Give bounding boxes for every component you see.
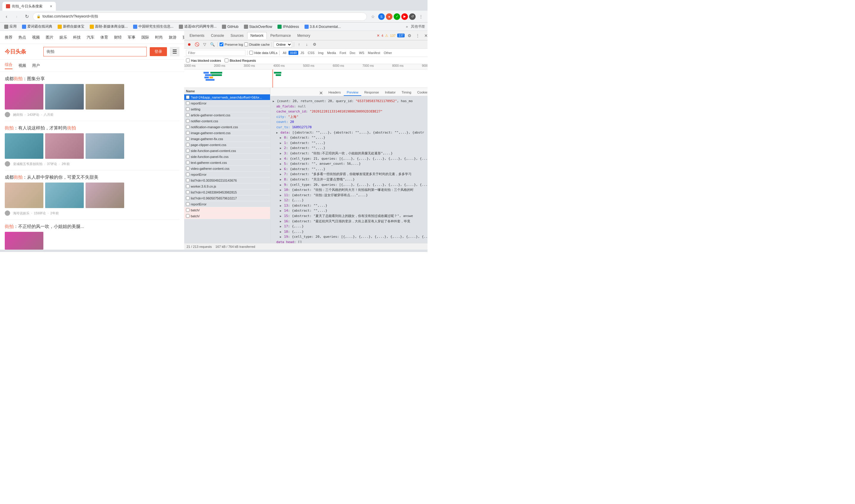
menu-icon[interactable]: ☰ <box>170 47 179 56</box>
download-icon[interactable]: ↓ <box>303 41 310 48</box>
row-checkbox[interactable] <box>186 190 190 194</box>
article-title-3[interactable]: 成都街拍：从人群中穿梭的你，可爱又不失甜美 <box>5 174 179 180</box>
forward-button[interactable]: › <box>13 13 21 21</box>
tab-sources[interactable]: Sources <box>228 32 247 39</box>
hide-data-urls-label[interactable]: Hide data URLs <box>249 51 278 55</box>
article-title-4[interactable]: 街拍：不正经的风一吹，小姐姐的美腿... <box>5 223 179 230</box>
filter-css[interactable]: CSS <box>306 51 316 55</box>
tab-cookies[interactable]: Cookies <box>414 89 428 96</box>
tt-nav-keji[interactable]: 科技 <box>73 35 81 40</box>
tt-nav-tiyu[interactable]: 体育 <box>100 35 108 40</box>
expand-icon[interactable] <box>280 167 282 171</box>
filter-toggle-button[interactable]: ▽ <box>202 41 208 48</box>
disable-cache-checkbox[interactable] <box>244 42 248 46</box>
filter-font[interactable]: Font <box>338 51 348 55</box>
row-checkbox[interactable] <box>186 178 190 182</box>
tab-performance[interactable]: Performance <box>267 32 294 39</box>
extension-icon-4[interactable]: ▶ <box>401 13 408 20</box>
expand-icon[interactable] <box>280 204 282 208</box>
bookmark-apps[interactable]: 应用 <box>2 23 18 30</box>
bookmark-2[interactable]: 新榜自媒体宝 <box>56 23 86 30</box>
row-checkbox[interactable] <box>186 101 190 105</box>
article-title-2[interactable]: 街拍：有人说这样拍，才算时尚街拍 <box>5 125 179 131</box>
record-button[interactable]: ⏺ <box>186 41 192 48</box>
expand-icon[interactable] <box>280 224 282 228</box>
expand-icon[interactable] <box>280 178 282 181</box>
filter-manifest[interactable]: Manifest <box>366 51 382 55</box>
tab-initiator[interactable]: Initiator <box>382 89 399 96</box>
filter-img[interactable]: Img <box>317 51 325 55</box>
tt-nav-tuijian[interactable]: 推荐 <box>5 35 13 40</box>
address-bar[interactable]: 🔒 toutiao.com/search/?keyword=街拍 <box>33 13 367 21</box>
filter-xhr[interactable]: XHR <box>289 51 298 55</box>
table-row[interactable]: list?rdn=0.30350492210143676 <box>184 178 270 183</box>
reload-button[interactable]: ↻ <box>22 13 31 21</box>
filter-ws[interactable]: WS <box>357 51 366 55</box>
hide-data-urls-checkbox[interactable] <box>249 51 253 55</box>
requests-list[interactable]: Name ?aid=24&app_name=web_search&offset=… <box>184 88 271 243</box>
table-row[interactable]: ?aid=24&app_name=web_search&offset=0&for… <box>184 94 270 100</box>
filter-other[interactable]: Other <box>382 51 394 55</box>
other-bookmarks-label[interactable]: 其他书签 <box>411 24 425 29</box>
tt-nav-yule[interactable]: 娱乐 <box>59 35 67 40</box>
clear-button[interactable]: 🚫 <box>194 41 200 48</box>
settings-icon[interactable]: ⚙ <box>311 41 318 48</box>
preserve-log-checkbox[interactable] <box>220 42 223 46</box>
bookmarks-more-button[interactable]: » <box>406 25 408 29</box>
expand-icon[interactable] <box>280 193 282 197</box>
row-checkbox[interactable] <box>186 196 190 200</box>
disable-cache-label[interactable]: Disable cache <box>244 42 270 46</box>
table-row[interactable]: batch/ <box>184 207 270 213</box>
bookmark-5[interactable]: 逍遥idc代码网专用... <box>177 23 219 30</box>
blocked-requests-checkbox[interactable] <box>225 58 228 62</box>
table-row[interactable]: side-function-panel-fix.css <box>184 154 270 160</box>
row-checkbox[interactable] <box>186 208 190 212</box>
table-row[interactable]: page-clipper-content.css <box>184 142 270 148</box>
tt-cat-yonghu[interactable]: 用户 <box>32 63 40 68</box>
table-row[interactable]: side-function-panel-content.css <box>184 148 270 154</box>
table-row[interactable]: text-gatherer-content.css <box>184 160 270 166</box>
extension-icon-5[interactable]: ↺ <box>409 13 416 20</box>
devtools-more-button[interactable]: ⋮ <box>414 32 421 39</box>
blocked-requests-label[interactable]: Blocked Requests <box>225 58 256 62</box>
tt-nav-shishang[interactable]: 时尚 <box>155 35 163 40</box>
tab-console[interactable]: Console <box>208 32 227 39</box>
tt-nav-caijing[interactable]: 财经 <box>114 35 122 40</box>
bookmark-4[interactable]: 中国研究生招生信息... <box>131 23 175 30</box>
row-checkbox[interactable] <box>186 173 190 176</box>
devtools-settings-button[interactable]: ⚙ <box>406 32 413 39</box>
expand-icon[interactable] <box>280 230 282 234</box>
row-checkbox[interactable] <box>186 107 190 111</box>
expand-icon[interactable] <box>280 157 282 161</box>
extension-icon-3[interactable]: ✓ <box>394 13 400 20</box>
table-row[interactable]: list?rdn=0.96050756579610217 <box>184 195 270 201</box>
expand-icon[interactable] <box>276 131 278 134</box>
row-checkbox[interactable] <box>186 214 190 218</box>
row-checkbox[interactable] <box>186 155 190 159</box>
row-checkbox[interactable] <box>186 125 190 129</box>
table-row[interactable]: reportError <box>184 172 270 178</box>
extension-icon-1[interactable]: S <box>378 13 385 20</box>
table-row[interactable]: article-gatherer-content.css <box>184 112 270 118</box>
tab-preview[interactable]: Preview <box>344 89 361 96</box>
expand-icon[interactable] <box>280 146 282 150</box>
tab-network[interactable]: Network <box>247 32 267 39</box>
tt-nav-lvyou[interactable]: 旅游 <box>169 35 176 40</box>
table-row[interactable]: batch/ <box>184 213 270 219</box>
back-button[interactable]: ‹ <box>2 13 11 21</box>
row-checkbox[interactable] <box>186 95 190 99</box>
filter-media[interactable]: Media <box>326 51 337 55</box>
expand-icon[interactable] <box>280 219 282 223</box>
table-row[interactable]: image-gatherer-fix.css <box>184 136 270 142</box>
table-row[interactable]: list?rdn=0.24833849453982815 <box>184 190 270 195</box>
expand-icon[interactable] <box>280 151 282 155</box>
expand-icon[interactable] <box>280 162 282 166</box>
preview-close-button[interactable]: ✕ <box>318 90 324 96</box>
tab-response[interactable]: Response <box>361 89 382 96</box>
table-row[interactable]: setting <box>184 106 270 112</box>
active-tab[interactable]: 街拍_今日头条搜索 × <box>2 2 56 11</box>
has-blocked-cookies-checkbox[interactable] <box>186 58 190 62</box>
row-checkbox[interactable] <box>186 131 190 135</box>
tab-elements[interactable]: Elements <box>187 32 207 39</box>
extension-icon-2[interactable]: ● <box>386 13 392 20</box>
